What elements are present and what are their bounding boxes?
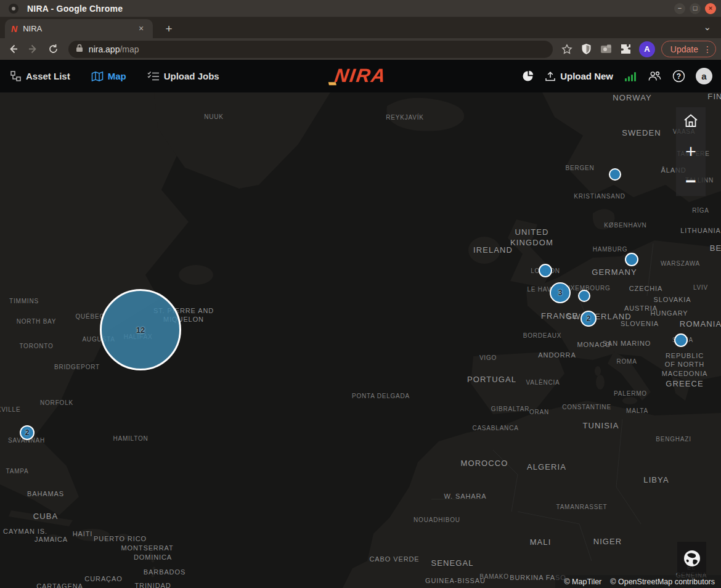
map-label: BAHAMAS	[27, 489, 64, 498]
map-label: KØBENHAVN	[604, 221, 646, 229]
address-bar[interactable]: nira.app /map	[68, 41, 553, 58]
titlebar: NIRA - Google Chrome − □ ×	[0, 0, 721, 17]
map-label: DOMINICA	[134, 553, 172, 561]
browser-menu-kebab-icon[interactable]: ⋮	[703, 46, 712, 52]
map-label: GIBRALTAR	[491, 405, 529, 413]
map-label: TUNISIA	[583, 421, 619, 431]
point-marker[interactable]	[609, 168, 621, 181]
map-label: FINLAND	[707, 92, 721, 102]
forward-button[interactable]	[25, 41, 41, 58]
map-label: ALGERIA	[527, 462, 566, 473]
map-label: MONTSERRAT	[121, 544, 173, 552]
map-label: TAMPA	[6, 467, 29, 475]
map-label: BERGEN	[565, 164, 594, 172]
map-label: RĪGA	[692, 206, 709, 214]
map-label: CASABLANCA	[472, 424, 518, 432]
map-label: LITHUANIA	[680, 226, 721, 235]
nav-item-asset-list[interactable]: Asset List	[10, 70, 70, 82]
upload-icon	[545, 71, 556, 82]
map-label: PALERMO	[614, 390, 647, 398]
nav-item-map[interactable]: Map	[91, 71, 126, 82]
map-label: JAMAICA	[35, 535, 68, 544]
map-label: HAMBURG	[593, 245, 628, 253]
close-button[interactable]: ×	[705, 3, 716, 14]
maximize-button[interactable]: □	[690, 3, 701, 14]
help-icon[interactable]: ?	[672, 70, 685, 83]
map-label: HUNGARY	[650, 309, 688, 317]
map-label: SWEDEN	[622, 128, 661, 139]
map-label: BRIDGEPORT	[54, 363, 100, 371]
cluster-marker[interactable]: 2	[580, 311, 597, 327]
map-label: LIBYA	[643, 475, 669, 486]
new-tab-button[interactable]: +	[161, 22, 176, 37]
map-label: TRINIDAD	[134, 581, 171, 588]
map-label: CONSTANTINE	[562, 403, 611, 411]
map-label: CURAÇAO	[84, 574, 122, 583]
usage-bars-icon[interactable]	[624, 70, 637, 83]
map-icon	[91, 71, 104, 82]
team-users-icon[interactable]	[648, 70, 661, 83]
cluster-marker[interactable]: 2	[20, 425, 35, 440]
shield-extension-icon[interactable]	[580, 43, 593, 56]
point-marker[interactable]	[539, 264, 552, 277]
map-label: ROMANIA	[680, 319, 721, 330]
maptiler-logo[interactable]	[677, 542, 706, 574]
update-label: Update	[670, 44, 698, 54]
map-label: HAMILTON	[113, 435, 148, 443]
cluster-marker[interactable]: 12	[100, 289, 181, 370]
upload-new-button[interactable]: Upload New	[545, 71, 613, 82]
capture-extension-icon[interactable]	[600, 43, 613, 56]
map-label: NORFOLK	[40, 399, 73, 407]
map-label: PORTUGAL	[467, 375, 516, 385]
map-label: REPUBLIC OF NORTH MACEDONIA	[662, 351, 708, 378]
tab-search-chevron-icon[interactable]: ⌄	[703, 22, 711, 33]
map-label: BELARUS	[710, 243, 721, 254]
cluster-count: 2	[587, 314, 591, 323]
tab-strip: N NIRA × + ⌄	[0, 17, 721, 38]
minimize-button[interactable]: −	[674, 3, 685, 14]
tab-title: NIRA	[23, 24, 136, 33]
attribution-maptiler[interactable]: © MapTiler	[564, 578, 601, 586]
browser-window: NIRA - Google Chrome − □ × N NIRA × + ⌄	[0, 0, 721, 588]
map-label: PONTA DELGADA	[352, 392, 410, 400]
map-label: ROMA	[616, 357, 637, 365]
map-canvas[interactable]: NORWAYFINLANDSWEDENVAASATAMPEREBERGENÅLA…	[0, 92, 721, 588]
zoom-out-button[interactable]: −	[676, 173, 706, 190]
reload-button[interactable]	[45, 41, 62, 58]
map-label: NIGER	[593, 537, 622, 547]
stats-pie-icon[interactable]	[521, 70, 534, 83]
map-label: BENGHAZI	[656, 435, 691, 443]
user-avatar[interactable]: a	[696, 68, 712, 84]
map-label: HAITI	[73, 529, 93, 538]
tab-close-icon[interactable]: ×	[136, 23, 147, 35]
cluster-marker[interactable]: 3	[550, 282, 571, 303]
map-label: PUERTO RICO	[94, 534, 147, 543]
nav-item-label: Upload Jobs	[164, 71, 219, 81]
extensions-puzzle-icon[interactable]	[619, 43, 633, 56]
map-label: WARSZAWA	[661, 259, 700, 267]
update-button[interactable]: Update ⋮	[661, 41, 716, 57]
map-label: BARBADOS	[144, 568, 185, 576]
point-marker[interactable]	[625, 253, 638, 266]
browser-toolbar: nira.app /map A Update ⋮	[0, 38, 721, 60]
map-label: UNITED KINGDOM	[510, 227, 553, 248]
map-label: REYKJAVÍK	[386, 113, 423, 121]
point-marker[interactable]	[674, 333, 688, 347]
back-button[interactable]	[5, 41, 22, 58]
map-label: VALÈNCIA	[526, 378, 560, 386]
url-domain: nira.app	[89, 44, 120, 54]
home-button[interactable]	[676, 113, 706, 131]
nav-item-label: Asset List	[26, 71, 70, 81]
map-label: TAMANRASSET	[556, 503, 607, 511]
tab-favicon: N	[11, 24, 17, 34]
nav-item-upload-jobs[interactable]: Upload Jobs	[147, 71, 219, 82]
attribution-osm[interactable]: © OpenStreetMap contributors	[610, 578, 715, 586]
map-attribution: © MapTiler © OpenStreetMap contributors	[555, 575, 721, 588]
map-label: NUUK	[204, 113, 224, 121]
point-marker[interactable]	[578, 290, 590, 302]
map-label: LVIV	[693, 284, 708, 292]
bookmark-star-icon[interactable]	[560, 43, 574, 56]
tab-nira[interactable]: N NIRA ×	[5, 19, 153, 38]
browser-profile-avatar[interactable]: A	[639, 41, 655, 57]
zoom-in-button[interactable]: +	[676, 143, 706, 160]
